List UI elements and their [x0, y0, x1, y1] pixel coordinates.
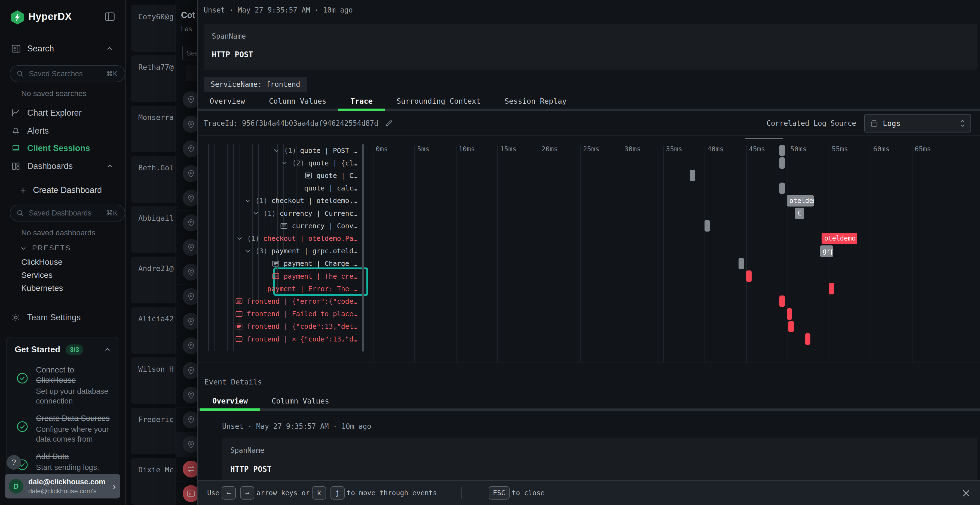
trace-tree-row[interactable]: frontend | {"code":13,"det…: [205, 320, 368, 333]
sidebar-item-client-sessions[interactable]: Client Sessions: [0, 140, 125, 156]
session-event-row[interactable]: [176, 358, 200, 383]
span-bar[interactable]: [780, 295, 785, 307]
tab-session-replay[interactable]: Session Replay: [493, 94, 579, 111]
get-started-step[interactable]: Create Data Sources Configure where your…: [6, 413, 119, 444]
session-event-row[interactable]: [176, 432, 200, 457]
trace-tree-row[interactable]: quote | C…: [205, 169, 368, 182]
tab-ed-column-values[interactable]: Column Values: [260, 394, 341, 411]
session-event-row[interactable]: [176, 87, 200, 112]
sidebar-item-team-settings[interactable]: Team Settings: [0, 310, 125, 326]
tab-column-values[interactable]: Column Values: [257, 94, 338, 111]
saved-searches-input[interactable]: Saved Searches ⌘K: [10, 65, 125, 82]
span-bar[interactable]: [780, 145, 785, 156]
tab-trace[interactable]: Trace: [338, 94, 384, 111]
create-dashboard-button[interactable]: + Create Dashboard: [0, 183, 125, 197]
session-event-row[interactable]: [176, 235, 200, 260]
trace-tree-row[interactable]: currency | Conv…: [205, 219, 368, 232]
hyperdx-logo-icon[interactable]: [11, 10, 24, 24]
sidebar-item-clickhouse[interactable]: ClickHouse: [21, 257, 63, 267]
trace-tree-row[interactable]: frontend | {"error":{"code…: [205, 295, 368, 308]
sidebar-item-dashboards[interactable]: Dashboards: [0, 158, 125, 174]
trace-tree-row[interactable]: (1)checkout | oteldemo.…: [205, 195, 368, 207]
chevron-down-icon[interactable]: [252, 210, 260, 217]
session-event-row[interactable]: [176, 112, 200, 137]
tab-overview[interactable]: Overview: [197, 94, 257, 111]
edit-pencil-icon[interactable]: [385, 119, 393, 127]
span-bar[interactable]: [746, 270, 752, 282]
trace-tree-row[interactable]: payment | Charge …: [205, 257, 368, 270]
span-bar[interactable]: oteldemo: [787, 195, 814, 206]
span-bar[interactable]: [805, 333, 810, 345]
trace-tree-row[interactable]: (1)quote | POST …: [205, 144, 368, 157]
span-bar[interactable]: [788, 321, 794, 332]
arrow-right-key[interactable]: →: [240, 486, 254, 500]
saved-dashboards-input[interactable]: Saved Dashboards ⌘K: [10, 205, 125, 221]
trace-tree-row[interactable]: (1)checkout | oteldemo.Pa…: [205, 232, 368, 245]
session-event-row[interactable]: [176, 137, 200, 161]
presets-toggle[interactable]: PRESETS: [20, 244, 71, 252]
chevron-down-icon[interactable]: [244, 247, 251, 255]
span-bar[interactable]: C: [795, 208, 804, 219]
k-key[interactable]: k: [312, 486, 326, 500]
chevron-down-icon[interactable]: [272, 147, 280, 154]
session-event-row[interactable]: [176, 186, 200, 211]
session-card[interactable]: Dixie_Mc: [130, 458, 176, 505]
session-event-row[interactable]: [176, 284, 200, 309]
session-event-row[interactable]: [176, 457, 200, 481]
session-event-row[interactable]: [176, 481, 200, 505]
span-bar[interactable]: [705, 220, 710, 232]
trace-tree-row[interactable]: payment | The cre…: [205, 270, 368, 283]
tab-surrounding-context[interactable]: Surrounding Context: [385, 94, 493, 111]
j-key[interactable]: j: [331, 486, 345, 500]
span-bar[interactable]: [690, 170, 695, 181]
session-card[interactable]: Abbigail: [130, 206, 176, 253]
help-button[interactable]: ?: [6, 455, 21, 470]
span-bar[interactable]: grp: [820, 245, 833, 257]
chevron-down-icon[interactable]: [281, 159, 288, 167]
trace-tree-row[interactable]: (3)payment | grpc.oteld…: [205, 245, 368, 257]
session-event-row[interactable]: [176, 383, 200, 408]
session-card[interactable]: Beth.Gol: [130, 156, 176, 203]
close-icon[interactable]: [959, 487, 973, 500]
trace-tree-row[interactable]: (1)currency | Currenc…: [205, 207, 368, 219]
chevron-down-icon[interactable]: [244, 197, 251, 205]
span-bar[interactable]: [780, 157, 785, 169]
session-event-row[interactable]: [176, 161, 200, 186]
span-bar[interactable]: oteldemo.: [822, 233, 857, 244]
session-card[interactable]: Alicia42: [130, 307, 176, 354]
tab-ed-overview[interactable]: Overview: [200, 394, 260, 411]
session-card[interactable]: Andre21@: [130, 257, 176, 303]
log-source-select[interactable]: Logs: [864, 114, 971, 132]
sidebar-item-services[interactable]: Services: [21, 270, 52, 280]
sidebar-item-alerts[interactable]: Alerts: [0, 123, 125, 139]
sidebar-section-search[interactable]: Search: [0, 40, 125, 57]
trace-tree-row[interactable]: payment | Error: The …: [205, 283, 368, 295]
trace-tree-row[interactable]: frontend | × {"code":13,"d…: [205, 333, 368, 345]
session-card[interactable]: Monserra: [130, 106, 176, 152]
span-bar[interactable]: [787, 308, 792, 320]
span-bar[interactable]: [738, 258, 744, 269]
sidebar-collapse-icon[interactable]: [104, 11, 115, 22]
session-event-row[interactable]: [176, 309, 200, 334]
service-name-chip[interactable]: ServiceName: frontend: [204, 77, 307, 92]
span-bar[interactable]: [829, 283, 834, 294]
session-event-row[interactable]: [176, 260, 200, 284]
chevron-up-icon[interactable]: [103, 346, 111, 354]
session-card[interactable]: Frederic: [130, 408, 176, 454]
session-card[interactable]: Retha77@: [130, 55, 176, 102]
sidebar-item-kubernetes[interactable]: Kubernetes: [21, 284, 63, 293]
user-menu[interactable]: D dale@clickhouse.com dale@clickhouse.co…: [5, 474, 120, 499]
esc-key[interactable]: ESC: [488, 486, 510, 500]
span-bar[interactable]: [780, 183, 785, 194]
session-event-row[interactable]: [176, 408, 200, 432]
get-started-step[interactable]: Connect to ClickHouse Set up your databa…: [6, 365, 119, 406]
session-card[interactable]: Wilson_H: [130, 357, 176, 404]
sidebar-item-chart-explorer[interactable]: Chart Explorer: [0, 105, 125, 121]
chevron-down-icon[interactable]: [236, 235, 243, 242]
arrow-left-key[interactable]: ←: [221, 486, 236, 500]
trace-tree-row[interactable]: frontend | Failed to place…: [205, 308, 368, 320]
session-event-row[interactable]: [176, 333, 200, 358]
trace-tree-row[interactable]: quote | calc…: [205, 182, 368, 195]
session-card[interactable]: Coty60@g: [130, 5, 176, 52]
session-event-row[interactable]: [176, 211, 200, 235]
